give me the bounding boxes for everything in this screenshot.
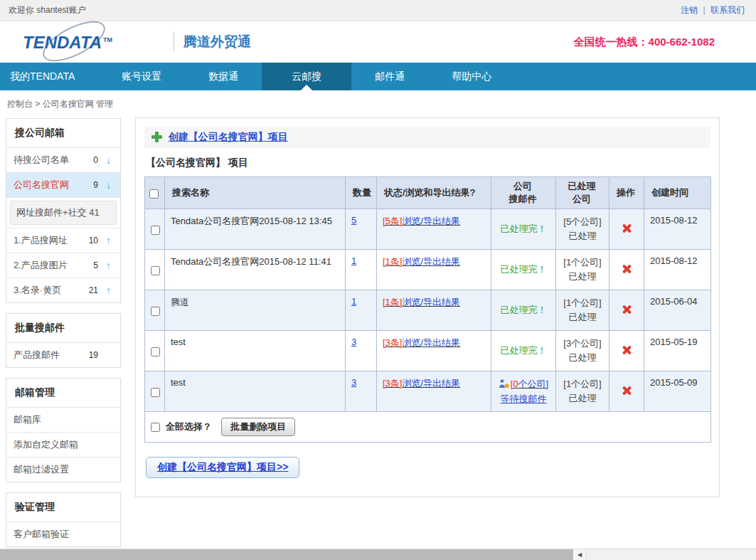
row-checkbox[interactable] xyxy=(151,307,160,316)
action-cell xyxy=(609,371,644,412)
created-date-cell: 2015-06-04 xyxy=(644,290,711,331)
user-waiting-icon xyxy=(499,380,509,391)
sidebar-item-count: 0 xyxy=(84,155,98,165)
sidebar-item-label: 邮箱过滤设置 xyxy=(14,463,84,476)
select-all-header-checkbox[interactable] xyxy=(149,189,159,199)
processed-label: 已处理 xyxy=(562,351,603,365)
sidebar-section-title: 搜公司邮箱 xyxy=(6,119,120,147)
company-search-mail-cell: 已处理完！ xyxy=(491,250,556,290)
sidebar-item-label: 2.产品搜图片 xyxy=(14,259,84,272)
processed-companies-cell: [5个公司]已处理 xyxy=(556,209,609,250)
waiting-line1: [0个公司] xyxy=(497,377,550,392)
sidebar-item-label: 产品搜邮件 xyxy=(14,349,84,361)
sidebar-item[interactable]: 公司名搜官网9↓ xyxy=(6,172,120,197)
quantity-link[interactable]: 3 xyxy=(351,377,356,388)
logo-word: TENDATA xyxy=(23,33,102,52)
nav-item[interactable]: 邮件通 xyxy=(351,63,428,90)
sidebar-item[interactable]: 客户邮箱验证 xyxy=(6,522,120,546)
sidebar-item[interactable]: 邮箱库 xyxy=(6,407,120,432)
sidebar-item-count: 5 xyxy=(84,260,98,270)
delete-icon[interactable] xyxy=(622,304,632,315)
action-cell xyxy=(609,331,644,371)
col-header-processed: 已处理 公司 xyxy=(556,177,609,209)
brand-divider xyxy=(174,31,174,51)
nav-item[interactable]: 帮助中心 xyxy=(428,63,515,90)
create-project-button[interactable]: 创建【公司名搜官网】项目>> xyxy=(146,457,299,478)
nav-item[interactable]: 账号设置 xyxy=(98,63,185,90)
quantity-link[interactable]: 1 xyxy=(351,255,356,266)
browse-export-link[interactable]: [1条]浏览/导出结果 xyxy=(383,256,460,267)
sidebar-item[interactable]: 2.产品搜图片5↑ xyxy=(6,253,120,278)
status-cell: [1条]浏览/导出结果 xyxy=(377,250,491,290)
waiting-line2: 等待搜邮件 xyxy=(497,392,550,406)
nav-item[interactable]: 我的TENDATA xyxy=(0,63,98,90)
delete-icon[interactable] xyxy=(622,263,632,274)
nav-item[interactable]: 数据通 xyxy=(185,63,262,90)
waiting-search-mail-link[interactable]: 等待搜邮件 xyxy=(501,393,547,404)
result-count: [5条] xyxy=(383,216,402,226)
main-panel: 创建【公司名搜官网】项目 【公司名搜官网】 项目 搜索名称 数量 状态/浏览和导… xyxy=(135,117,720,497)
quantity-link[interactable]: 5 xyxy=(351,215,356,226)
sidebar-item-count: 10 xyxy=(84,236,98,245)
processed-count: [1个公司] xyxy=(562,377,603,391)
status-cell: [1条]浏览/导出结果 xyxy=(377,290,491,331)
sidebar-item[interactable]: 1.产品搜网址10↑ xyxy=(6,228,120,253)
batch-delete-button[interactable]: 批量删除项目 xyxy=(221,418,295,436)
browse-export-link[interactable]: [5条]浏览/导出结果 xyxy=(383,216,460,226)
sidebar-item-label: 3.名录·黄页 xyxy=(14,284,84,297)
sidebar-item[interactable]: 添加自定义邮箱 xyxy=(6,432,120,457)
quantity-cell: 3 xyxy=(346,371,377,412)
row-checkbox[interactable] xyxy=(151,266,160,275)
action-cell xyxy=(609,209,644,250)
sidebar-item[interactable]: 待搜公司名单0↓ xyxy=(6,147,120,172)
company-search-mail-cell: 已处理完！ xyxy=(491,290,556,331)
nav-item[interactable]: 云邮搜 xyxy=(262,63,351,90)
projects-table: 搜索名称 数量 状态/浏览和导出结果? 公司 搜邮件 已处理 公司 操作 创建时… xyxy=(144,176,711,443)
sidebar-item[interactable]: 3.名录·黄页21↑ xyxy=(6,278,120,302)
contact-link[interactable]: 联系我们 xyxy=(710,5,745,15)
sidebar-item-label: 添加自定义邮箱 xyxy=(14,438,84,451)
processed-companies-cell: [1个公司]已处理 xyxy=(556,250,609,290)
quantity-link[interactable]: 1 xyxy=(351,296,356,307)
status-done-text: 已处理完！ xyxy=(501,223,547,234)
project-name-cell: test xyxy=(165,331,346,371)
delete-icon[interactable] xyxy=(622,223,632,233)
scroll-left-button[interactable]: ◀ xyxy=(573,549,587,560)
select-all-checkbox[interactable] xyxy=(151,423,160,432)
result-label: 浏览/导出结果 xyxy=(402,297,460,307)
quantity-link[interactable]: 3 xyxy=(351,337,356,347)
row-checkbox[interactable] xyxy=(151,388,160,397)
status-done-text: 已处理完！ xyxy=(501,345,547,356)
welcome-text: 欢迎你 shantest账户 xyxy=(9,0,86,21)
breadcrumb: 控制台 > 公司名搜官网 管理 xyxy=(7,98,113,110)
sidebar-item[interactable]: 产品搜邮件19 xyxy=(6,342,120,367)
browse-export-link[interactable]: [3条]浏览/导出结果 xyxy=(383,337,460,348)
status-cell: [5条]浏览/导出结果 xyxy=(377,209,491,250)
row-checkbox[interactable] xyxy=(151,226,160,235)
quantity-cell: 3 xyxy=(346,331,377,371)
browse-export-link[interactable]: [3条]浏览/导出结果 xyxy=(383,378,460,389)
logout-link[interactable]: 注销 xyxy=(681,5,698,15)
horizontal-scrollbar[interactable]: ◀ xyxy=(0,549,756,560)
quantity-cell: 1 xyxy=(346,250,377,290)
left-triangle-icon: ◀ xyxy=(577,551,582,558)
browse-export-link[interactable]: [1条]浏览/导出结果 xyxy=(383,297,460,307)
sidebar-item[interactable]: 网址搜邮件+社交 41 xyxy=(6,197,120,228)
tendata-logo: TENDATATM xyxy=(7,24,164,60)
scrollbar-thumb[interactable] xyxy=(0,549,573,560)
table-row: Tendata公司名搜官网2015-08-12 11:411[1条]浏览/导出结… xyxy=(145,250,711,290)
status-done-text: 已处理完！ xyxy=(501,264,547,275)
sidebar-section: 批量搜邮件产品搜邮件19 xyxy=(6,313,121,368)
waiting-count: [0 xyxy=(511,379,518,389)
sidebar-item[interactable]: 邮箱过滤设置 xyxy=(6,457,120,482)
row-checkbox[interactable] xyxy=(151,347,160,356)
processed-count: [1个公司] xyxy=(562,255,603,270)
logo-trademark: TM xyxy=(103,36,112,43)
company-search-mail-cell: 已处理完！ xyxy=(491,331,556,371)
delete-icon[interactable] xyxy=(622,385,632,396)
waiting-companies-link[interactable]: [0个公司] xyxy=(511,379,548,389)
delete-icon[interactable] xyxy=(622,344,632,355)
create-project-link[interactable]: 创建【公司名搜官网】项目 xyxy=(169,131,288,142)
sidebar-item-label: 客户邮箱验证 xyxy=(14,528,84,541)
row-checkbox-cell xyxy=(145,209,165,250)
